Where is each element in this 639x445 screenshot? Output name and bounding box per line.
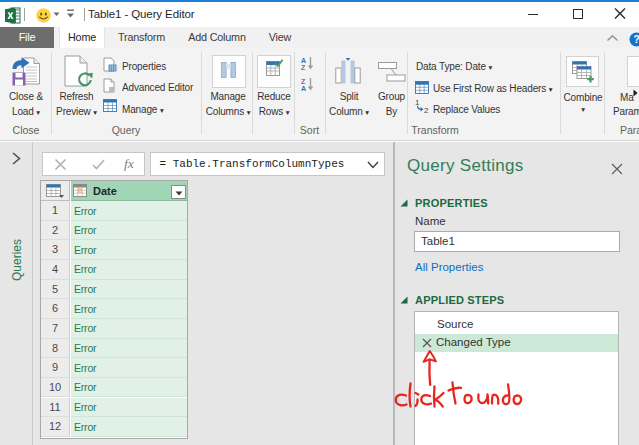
svg-text:Z: Z [301,64,306,70]
svg-text:A: A [301,85,306,91]
svg-text:2: 2 [424,106,429,114]
svg-text:?: ? [633,34,639,45]
svg-text:Z: Z [301,78,306,85]
svg-text:0: 0 [79,187,82,193]
svg-text:1: 1 [415,98,420,107]
svg-text:A: A [301,57,306,64]
